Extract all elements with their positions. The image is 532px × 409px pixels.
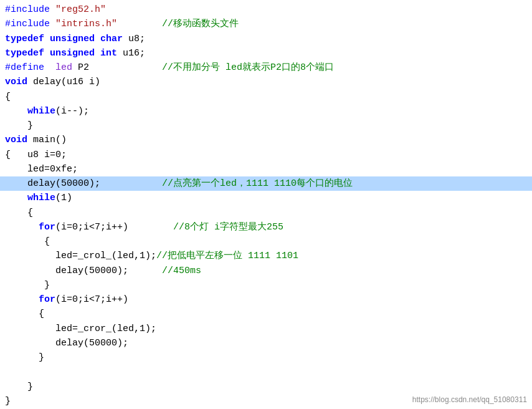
code-line-9: }: [0, 118, 532, 133]
code-line-11: { u8 i=0;: [0, 148, 532, 162]
watermark: https://blog.csdn.net/qq_51080311: [412, 395, 527, 404]
code-line-20: }: [0, 278, 532, 292]
code-line-19: delay(50000); //450ms: [0, 264, 532, 278]
preprocessor-1: #include: [5, 2, 50, 17]
code-line-4: typedef unsigned int u16;: [0, 46, 532, 60]
code-line-13: delay(50000); //点亮第一个led，1111 1110每个口的电位: [0, 176, 532, 191]
code-line-10: void main(): [0, 133, 532, 147]
code-line-3: typedef unsigned char u8;: [0, 32, 532, 46]
code-editor: #include "reg52.h" #include "intrins.h" …: [0, 0, 532, 409]
code-line-17: {: [0, 234, 532, 249]
code-line-18: led=_crol_(led,1);//把低电平左移一位 1111 1101: [0, 249, 532, 263]
code-line-15: {: [0, 206, 532, 220]
code-line-22: {: [0, 307, 532, 321]
code-line-27: }: [0, 380, 532, 394]
preprocessor-2: #include: [5, 17, 50, 31]
code-line-5: #define led P2 //不用加分号 led就表示P2口的8个端口: [0, 60, 532, 75]
code-line-24: delay(50000);: [0, 336, 532, 350]
code-line-1: #include "reg52.h": [0, 2, 532, 17]
code-line-23: led=_cror_(led,1);: [0, 322, 532, 336]
code-line-8: while(i--);: [0, 104, 532, 118]
code-line-21: for(i=0;i<7;i++): [0, 292, 532, 307]
code-line-6: void delay(u16 i): [0, 75, 532, 89]
code-line-26: [0, 365, 532, 379]
code-line-16: for(i=0;i<7;i++) //8个灯 i字符型最大255: [0, 220, 532, 234]
code-line-7: {: [0, 90, 532, 104]
code-line-25: }: [0, 350, 532, 365]
code-line-2: #include "intrins.h" //移动函数头文件: [0, 17, 532, 31]
code-line-14: while(1): [0, 191, 532, 205]
code-line-12: led=0xfe;: [0, 162, 532, 176]
